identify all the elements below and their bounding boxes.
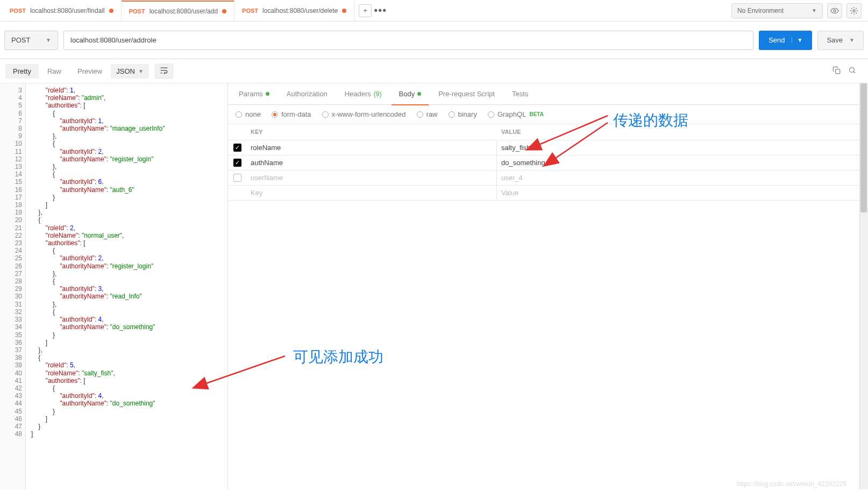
request-panel: Params Authorization Headers (9) Body Pr… [227, 83, 868, 489]
tab-add[interactable]: POST localhost:8080/user/add [122, 1, 234, 21]
search-button[interactable] [848, 66, 856, 76]
format-label: JSON [116, 67, 135, 75]
key-placeholder[interactable]: Key [246, 186, 497, 200]
svg-point-1 [853, 10, 855, 12]
wrap-toggle[interactable] [154, 63, 174, 79]
unsaved-dot-icon [109, 9, 113, 13]
tab-prerequest[interactable]: Pre-request Script [431, 83, 502, 105]
table-row[interactable]: ✓ authName do_something [228, 155, 868, 170]
value-cell[interactable]: salty_fish [497, 140, 868, 155]
tab-url: localhost:8080/user/delete [262, 7, 338, 15]
tab-findall[interactable]: POST localhost:8080/user/findall [2, 1, 122, 21]
wrap-icon [160, 67, 168, 74]
chevron-down-icon: ▼ [46, 37, 51, 43]
value-cell[interactable]: do_something [497, 155, 868, 170]
tab-url: localhost:8080/user/findall [30, 7, 105, 15]
key-cell[interactable]: roleName [246, 140, 497, 155]
tab-delete[interactable]: POST localhost:8080/user/delete [234, 1, 354, 21]
form-data-table: KEY VALUE ✓ roleName salty_fish ✓ authNa… [228, 124, 868, 201]
tab-authorization[interactable]: Authorization [279, 83, 335, 105]
request-tabs: Params Authorization Headers (9) Body Pr… [228, 83, 868, 105]
svg-rect-2 [836, 69, 840, 74]
checkbox[interactable]: ✓ [233, 159, 241, 167]
beta-badge: BETA [529, 111, 543, 117]
settings-button[interactable] [846, 3, 862, 18]
environment-quicklook-button[interactable] [827, 3, 842, 18]
headers-count: (9) [374, 90, 382, 98]
status-dot-icon [417, 92, 421, 96]
send-button[interactable]: Send ▼ [759, 31, 812, 50]
radio-xwww[interactable]: x-www-form-urlencoded [322, 110, 406, 118]
send-label: Send [769, 36, 785, 44]
radio-graphql[interactable]: GraphQLBETA [488, 110, 544, 118]
view-pretty[interactable]: Pretty [5, 64, 39, 79]
view-raw[interactable]: Raw [40, 64, 69, 79]
chevron-down-icon: ▼ [138, 68, 144, 74]
search-icon [848, 66, 856, 74]
table-row-empty[interactable]: Key Value [228, 186, 868, 201]
view-preview[interactable]: Preview [70, 64, 110, 79]
copy-icon [833, 66, 841, 74]
new-tab-button[interactable]: + [359, 4, 372, 17]
tab-headers[interactable]: Headers (9) [337, 83, 389, 105]
svg-point-0 [834, 10, 836, 12]
table-head: KEY VALUE [228, 124, 868, 140]
status-dot-icon [266, 92, 269, 96]
table-row[interactable]: ✓ roleName salty_fish [228, 140, 868, 155]
method-label: POST [10, 8, 26, 14]
method-select[interactable]: POST ▼ [4, 31, 58, 50]
tab-body[interactable]: Body [392, 83, 429, 105]
value-cell[interactable]: user_4 [497, 170, 868, 185]
value-placeholder[interactable]: Value [497, 186, 868, 200]
tab-tests[interactable]: Tests [504, 83, 536, 105]
chevron-down-icon: ▼ [849, 37, 855, 43]
response-viewbar: Pretty Raw Preview JSON ▼ [0, 59, 868, 83]
gear-icon [850, 6, 858, 15]
copy-button[interactable] [833, 66, 841, 76]
col-key: KEY [246, 124, 497, 140]
scrollbar-track[interactable] [859, 83, 868, 489]
key-cell[interactable]: authName [246, 155, 497, 170]
save-label: Save [827, 36, 843, 44]
radio-binary[interactable]: binary [449, 110, 477, 118]
watermark: https://blog.csdn.net/weixin_42292229 [737, 480, 846, 488]
request-bar: POST ▼ Send ▼ Save ▼ [0, 22, 868, 59]
radio-none[interactable]: none [236, 110, 261, 118]
eye-icon [830, 6, 839, 15]
checkbox[interactable] [233, 174, 241, 182]
key-cell[interactable]: userName [246, 170, 497, 185]
tab-params[interactable]: Params [231, 83, 277, 105]
tab-bar: POST localhost:8080/user/findall POST lo… [0, 0, 868, 22]
chevron-down-icon: ▼ [812, 8, 817, 13]
environment-label: No Environment [737, 7, 784, 15]
radio-raw[interactable]: raw [417, 110, 438, 118]
scrollbar-thumb[interactable] [860, 83, 867, 212]
unsaved-dot-icon [222, 9, 226, 13]
environment-select[interactable]: No Environment ▼ [731, 3, 823, 18]
chevron-down-icon: ▼ [792, 37, 803, 43]
format-select[interactable]: JSON ▼ [111, 64, 149, 79]
method-label: POST [129, 8, 145, 15]
checkbox[interactable]: ✓ [233, 144, 241, 152]
method-value: POST [11, 36, 30, 44]
save-button[interactable]: Save ▼ [817, 31, 864, 50]
unsaved-dot-icon [342, 9, 346, 13]
main-area: 3456789101112131415161718192021222324252… [0, 83, 868, 489]
url-input[interactable] [63, 31, 753, 50]
col-value: VALUE [497, 124, 868, 140]
line-gutter: 3456789101112131415161718192021222324252… [0, 83, 26, 489]
tab-url: localhost:8080/user/add [150, 8, 218, 15]
body-type-row: none form-data x-www-form-urlencoded raw… [228, 105, 868, 124]
response-code[interactable]: "roleId": 1, "roleName": "admin", "autho… [26, 83, 227, 489]
method-label: POST [242, 8, 258, 14]
table-row[interactable]: userName user_4 [228, 170, 868, 186]
tab-more-button[interactable]: ••• [374, 4, 387, 17]
radio-formdata[interactable]: form-data [272, 110, 311, 118]
svg-point-3 [850, 68, 855, 73]
